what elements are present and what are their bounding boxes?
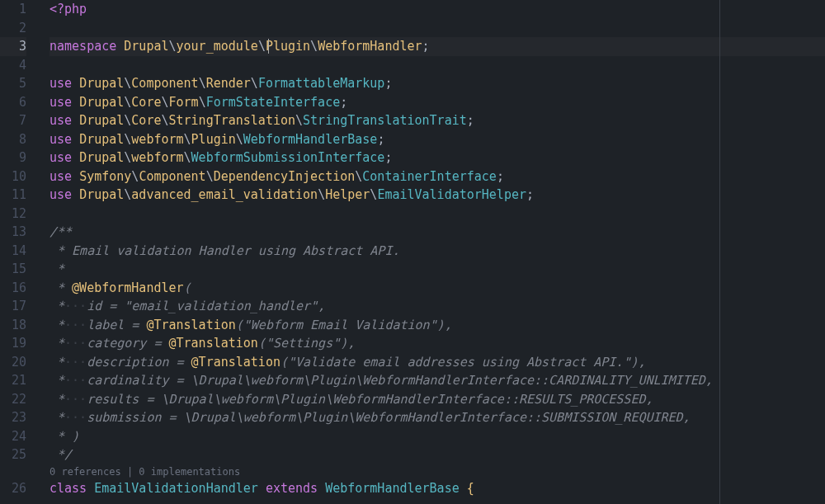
token: ··· bbox=[64, 355, 87, 370]
token: * ) bbox=[50, 429, 79, 444]
token: ("Webform Email Validation"), bbox=[236, 318, 452, 332]
line-number: 2 bbox=[0, 19, 26, 38]
code-line[interactable]: namespace Drupal\your_module\Plugin\Webf… bbox=[50, 37, 825, 56]
token: ("Validate email addresses using Abstrac… bbox=[280, 355, 646, 370]
code-line[interactable]: *···category = @Translation("Settings"), bbox=[50, 334, 825, 353]
token: * bbox=[50, 336, 64, 351]
token: @Translation bbox=[146, 318, 235, 332]
token: ; bbox=[526, 187, 534, 202]
code-line[interactable]: *···description = @Translation("Validate… bbox=[50, 353, 825, 372]
code-line[interactable]: use Drupal\webform\WebformSubmissionInte… bbox=[50, 148, 825, 167]
token: Drupal bbox=[124, 39, 168, 54]
line-number: 18 bbox=[0, 316, 26, 335]
token: StringTranslation bbox=[169, 113, 296, 128]
code-line[interactable]: *···cardinality = \Drupal\webform\Plugin… bbox=[50, 371, 825, 390]
token bbox=[72, 76, 79, 91]
line-number: 24 bbox=[0, 427, 26, 446]
token: results = \Drupal\webform\Plugin\Webform… bbox=[87, 392, 653, 407]
token: * Email validation Handler using Abstrac… bbox=[50, 243, 399, 258]
line-number: 16 bbox=[0, 279, 26, 298]
code-line[interactable]: use Drupal\webform\Plugin\WebformHandler… bbox=[50, 130, 825, 149]
code-editor[interactable]: 1234567891011121314151617181920212223242… bbox=[0, 0, 825, 504]
token: Drupal bbox=[79, 95, 124, 110]
token: webform bbox=[131, 132, 183, 147]
code-line[interactable]: */ bbox=[50, 445, 825, 464]
line-number: 14 bbox=[0, 242, 26, 261]
code-line[interactable]: use Drupal\Core\Form\FormStateInterface; bbox=[50, 93, 825, 112]
line-number: 6 bbox=[0, 93, 26, 112]
line-number: 11 bbox=[0, 186, 26, 205]
code-line[interactable]: * @WebformHandler( bbox=[50, 279, 825, 298]
line-number: 12 bbox=[0, 205, 26, 224]
token: webform bbox=[131, 150, 183, 165]
token bbox=[318, 481, 325, 496]
token bbox=[72, 132, 79, 147]
code-line[interactable]: use Drupal\Component\Render\FormattableM… bbox=[50, 74, 825, 93]
token: Drupal bbox=[79, 132, 124, 147]
line-number: 9 bbox=[0, 148, 26, 167]
token: @WebformHandler bbox=[72, 280, 183, 295]
token: ··· bbox=[64, 392, 87, 407]
line-number-gutter: 1234567891011121314151617181920212223242… bbox=[0, 0, 41, 497]
token: your_module bbox=[177, 39, 258, 54]
token: ; bbox=[340, 95, 347, 110]
line-number: 22 bbox=[0, 390, 26, 409]
line-number: 5 bbox=[0, 74, 26, 93]
code-line[interactable]: *···results = \Drupal\webform\Plugin\Web… bbox=[50, 390, 825, 409]
token: Drupal bbox=[79, 150, 124, 165]
code-area[interactable]: <?phpnamespace Drupal\your_module\Plugin… bbox=[50, 0, 825, 497]
token: \ bbox=[206, 169, 214, 184]
token: id = "email_validation_handler", bbox=[87, 299, 325, 313]
token: use bbox=[50, 132, 72, 147]
token: use bbox=[50, 150, 72, 165]
code-line[interactable]: * Email validation Handler using Abstrac… bbox=[50, 242, 825, 261]
code-line[interactable]: * ) bbox=[50, 427, 825, 446]
token: * bbox=[50, 373, 64, 388]
token: @Translation bbox=[169, 336, 258, 351]
code-line[interactable] bbox=[50, 205, 825, 224]
code-line[interactable] bbox=[50, 19, 825, 38]
code-line[interactable]: use Symfony\Component\DependencyInjectio… bbox=[50, 167, 825, 186]
line-number: 7 bbox=[0, 111, 26, 130]
code-line[interactable]: class EmailValidationHandler extends Web… bbox=[50, 479, 825, 498]
code-line[interactable]: *···label = @Translation("Webform Email … bbox=[50, 316, 825, 335]
token: use bbox=[50, 95, 72, 110]
token: \ bbox=[355, 169, 362, 184]
code-lens[interactable]: 0 references | 0 implementations bbox=[0, 464, 825, 479]
token: \ bbox=[124, 95, 131, 110]
token: * bbox=[50, 318, 64, 332]
line-number: 3 bbox=[0, 37, 26, 56]
token: Drupal bbox=[79, 76, 124, 91]
token: use bbox=[50, 187, 72, 202]
token: ; bbox=[467, 113, 474, 128]
token: Drupal bbox=[79, 113, 124, 128]
code-line[interactable]: use Drupal\Core\StringTranslation\String… bbox=[50, 111, 825, 130]
token: @Translation bbox=[191, 355, 280, 370]
line-number: 1 bbox=[0, 0, 26, 19]
line-number: 25 bbox=[0, 445, 26, 464]
code-line[interactable]: use Drupal\advanced_email_validation\Hel… bbox=[50, 186, 825, 205]
token: Component bbox=[139, 169, 205, 184]
token: ("Settings"), bbox=[258, 336, 355, 351]
token: /** bbox=[50, 224, 72, 239]
code-line[interactable]: *···submission = \Drupal\webform\Plugin\… bbox=[50, 408, 825, 427]
token: ; bbox=[422, 39, 430, 54]
token: \ bbox=[124, 113, 131, 128]
code-line[interactable]: *···id = "email_validation_handler", bbox=[50, 297, 825, 316]
token: category = bbox=[87, 336, 168, 351]
code-line[interactable] bbox=[50, 56, 825, 75]
line-number: 23 bbox=[0, 408, 26, 427]
code-line[interactable]: /** bbox=[50, 223, 825, 242]
token: WebformHandlerBase bbox=[325, 481, 460, 496]
token: Plugin bbox=[266, 39, 310, 54]
token: \ bbox=[199, 76, 206, 91]
token bbox=[72, 169, 79, 184]
line-number: 19 bbox=[0, 334, 26, 353]
token: * bbox=[50, 392, 64, 407]
token: WebformHandlerBase bbox=[243, 132, 378, 147]
code-line[interactable]: * bbox=[50, 260, 825, 279]
code-line[interactable]: <?php bbox=[50, 0, 825, 19]
token: Symfony bbox=[79, 169, 131, 184]
token: { bbox=[467, 481, 474, 496]
token: \ bbox=[124, 132, 131, 147]
